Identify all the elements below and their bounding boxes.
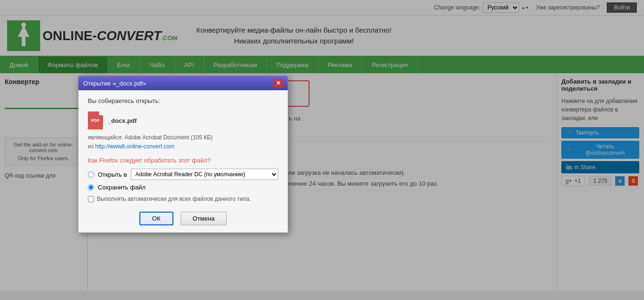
handle-question: Как Firefox следует обработать этот файл…	[88, 157, 278, 164]
save-file-radio[interactable]	[88, 184, 94, 190]
source-url[interactable]: http://www8.online-convert.com	[95, 143, 174, 150]
dialog-titlebar: Открытие «_docx.pdf» ✕	[78, 76, 288, 90]
dialog-title: Открытие «_docx.pdf»	[83, 80, 146, 87]
ok-button[interactable]: ОК	[139, 212, 173, 225]
filename: _docx.pdf	[108, 117, 137, 124]
save-file-label: Сохранить файл	[98, 184, 146, 191]
open-with-label: Открыть в	[98, 171, 127, 178]
open-with-option: Открыть в Adobe Acrobat Reader DC (по ум…	[88, 169, 278, 180]
dialog-buttons: ОК Отмена	[88, 212, 278, 225]
open-with-radio[interactable]	[88, 171, 94, 178]
dialog-close-button[interactable]: ✕	[274, 79, 283, 87]
dialog-overlay: Открытие «_docx.pdf» ✕ Вы собираетесь от…	[0, 0, 644, 300]
dialog-body: Вы собираетесь открыть: PDF _docx.pdf яв…	[78, 90, 288, 232]
file-info: PDF _docx.pdf	[88, 111, 278, 129]
pdf-icon: PDF	[88, 111, 103, 129]
auto-checkbox[interactable]	[88, 196, 94, 202]
save-file-option: Сохранить файл	[88, 184, 278, 191]
radio-group: Открыть в Adobe Acrobat Reader DC (по ум…	[88, 169, 278, 191]
auto-checkbox-line: Выполнять автоматически для всех файлов …	[88, 196, 278, 202]
file-type-line: являющийся: Adobe Acrobat Document (105 …	[88, 134, 278, 141]
file-open-dialog: Открытие «_docx.pdf» ✕ Вы собираетесь от…	[78, 76, 288, 233]
cancel-button[interactable]: Отмена	[180, 212, 227, 225]
dialog-question: Вы собираетесь открыть:	[88, 97, 278, 104]
file-source-line: из http://www8.online-convert.com	[88, 143, 278, 150]
app-select[interactable]: Adobe Acrobat Reader DC (по умолчанию)	[131, 169, 278, 180]
auto-label: Выполнять автоматически для всех файлов …	[97, 196, 251, 202]
